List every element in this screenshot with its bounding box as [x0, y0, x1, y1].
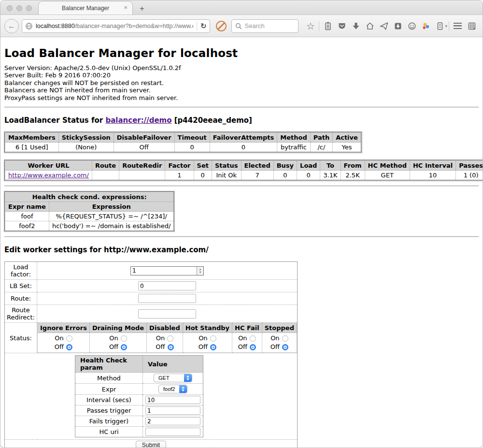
table-cell: bytraffic — [277, 143, 310, 153]
spinner-down-icon[interactable]: ▾ — [199, 271, 201, 274]
search-placeholder: Search — [245, 22, 265, 29]
fails-label: Fails trigger) — [75, 416, 143, 427]
column-header: Ignore Errors — [38, 323, 90, 333]
radio-off-checked[interactable] — [66, 344, 72, 350]
navigation-toolbar: ← localhost:8880/balancer-manager?b=demo… — [0, 15, 483, 37]
feedback-smiley-icon[interactable] — [405, 19, 419, 33]
radio-off-checked[interactable] — [250, 344, 256, 350]
divider — [4, 186, 479, 187]
radio-on-unchecked[interactable] — [282, 335, 288, 342]
table-row: 6 [1 Used] (None) Off 0 0 bytraffic /c/ … — [5, 143, 361, 153]
radio-off-checked[interactable] — [168, 344, 174, 350]
balancer-demo-link[interactable]: balancer://demo — [105, 116, 171, 125]
method-select-value: GET — [154, 374, 184, 382]
fails-input[interactable] — [145, 417, 200, 425]
table-cell: Yes — [333, 143, 361, 153]
route-input[interactable] — [138, 294, 196, 303]
clipboard-icon[interactable] — [321, 19, 335, 33]
form-row-lb-set: LB Set: — [5, 280, 298, 292]
expr-name-cell: foof2 — [5, 221, 49, 231]
radio-on-unchecked[interactable] — [210, 335, 216, 342]
select-stepper-icon — [179, 385, 187, 393]
table-cell: http://www.example.com/ — [5, 171, 92, 181]
menu-hamburger-icon[interactable] — [451, 19, 465, 33]
expr-select[interactable]: foof2 — [158, 385, 187, 393]
tab-bar: Balancer Manager × + — [0, 0, 483, 15]
radio-on-unchecked[interactable] — [167, 335, 173, 342]
adblock-icon[interactable] — [216, 21, 227, 31]
health-check-expressions-table: Health check cond. expressions: Expr nam… — [4, 191, 174, 231]
radio-on-unchecked[interactable] — [121, 335, 127, 342]
load-factor-input[interactable] — [131, 267, 197, 275]
radio-off-checked[interactable] — [121, 344, 127, 350]
balancer-status-heading: LoadBalancer Status for balancer://demo … — [4, 116, 479, 125]
column-header: Disabled — [147, 323, 183, 333]
on-label: On — [156, 334, 165, 343]
search-bar[interactable]: Search — [231, 19, 299, 33]
interval-input[interactable] — [145, 396, 200, 404]
back-button[interactable]: ← — [4, 19, 19, 33]
column-header: Factor — [165, 160, 194, 171]
submit-cell: Submit — [5, 440, 298, 448]
radio-on-unchecked[interactable] — [66, 335, 72, 342]
zoom-window-button[interactable] — [26, 5, 32, 11]
tab-balancer-manager[interactable]: Balancer Manager × — [38, 1, 133, 14]
heading-suffix: [p4420eeae_demo] — [172, 116, 252, 125]
passes-input[interactable] — [145, 406, 200, 415]
status-options-table: Ignore Errors Draining Mode Disabled Hot… — [37, 323, 297, 353]
column-header: FailoverAttempts — [210, 132, 277, 143]
status-cell-disabled: On Off — [147, 333, 183, 353]
radio-on-unchecked[interactable] — [250, 335, 256, 342]
radio-off-checked[interactable] — [210, 344, 216, 350]
toolbar-icons: ☆ — [303, 19, 479, 33]
select-stepper-icon — [184, 374, 192, 382]
table-row: foof %{REQUEST_STATUS} =~ /^[234]/ — [5, 212, 174, 221]
load-factor-stepper[interactable]: ▴▾ — [130, 266, 204, 275]
expr-cell: foof2 — [143, 384, 203, 395]
tab-close-icon[interactable]: × — [124, 4, 128, 11]
passes-label: Passes trigger — [75, 405, 143, 416]
form-row-load-factor: Load factor: ▴▾ — [5, 262, 298, 280]
table-cell: 0 — [210, 143, 277, 153]
downloads-icon[interactable] — [349, 19, 363, 33]
containers-icon[interactable] — [419, 19, 433, 33]
spinner-icon[interactable]: ▴▾ — [197, 267, 203, 275]
minimize-window-button[interactable] — [16, 5, 22, 11]
globe-icon — [25, 22, 33, 30]
home-icon[interactable] — [363, 19, 377, 33]
send-tab-icon[interactable] — [377, 19, 391, 33]
grid-tool-icon[interactable] — [465, 19, 479, 33]
heading-prefix: LoadBalancer Status for — [4, 116, 105, 125]
tab-title: Balancer Manager — [62, 5, 109, 12]
column-header: From — [341, 160, 365, 171]
submit-button[interactable]: Submit — [136, 441, 166, 448]
pocket-icon[interactable] — [335, 19, 349, 33]
save-page-icon[interactable] — [391, 19, 405, 33]
url-bar[interactable]: localhost:8880/balancer-manager?b=demo&w… — [22, 19, 210, 33]
back-arrow-icon: ← — [8, 22, 15, 30]
table-cell: /c/ — [310, 143, 332, 153]
table-header-row: Worker URL Route RouteRedir Factor Set S… — [5, 160, 483, 171]
worker-url-link[interactable]: http://www.example.com/ — [8, 172, 89, 179]
reload-icon[interactable]: ↻ — [200, 22, 207, 30]
hc-uri-input[interactable] — [145, 428, 200, 436]
table-cell: 1 (0) — [456, 171, 483, 181]
column-header: Route — [92, 160, 119, 171]
bookmark-star-icon[interactable]: ☆ — [303, 19, 317, 33]
route-redirect-input[interactable] — [138, 309, 196, 318]
chevron-down-icon[interactable]: ▾ — [445, 24, 447, 29]
form-row-route-redirect: Route Redirect: — [5, 305, 298, 323]
lb-set-input[interactable] — [138, 281, 196, 290]
divider — [4, 236, 479, 237]
method-select[interactable]: GET — [154, 374, 192, 382]
radio-off-checked[interactable] — [282, 344, 288, 350]
route-cell — [37, 292, 298, 305]
status-cell-hc-fail: On Off — [232, 333, 262, 353]
column-header: Passes — [456, 160, 483, 171]
on-label: On — [238, 334, 247, 343]
method-cell: GET — [143, 373, 203, 384]
close-window-button[interactable] — [7, 5, 13, 11]
new-tab-button[interactable]: + — [140, 4, 144, 14]
column-header: Busy — [273, 160, 297, 171]
url-text[interactable]: localhost:8880/balancer-manager?b=demo&w… — [36, 23, 193, 29]
